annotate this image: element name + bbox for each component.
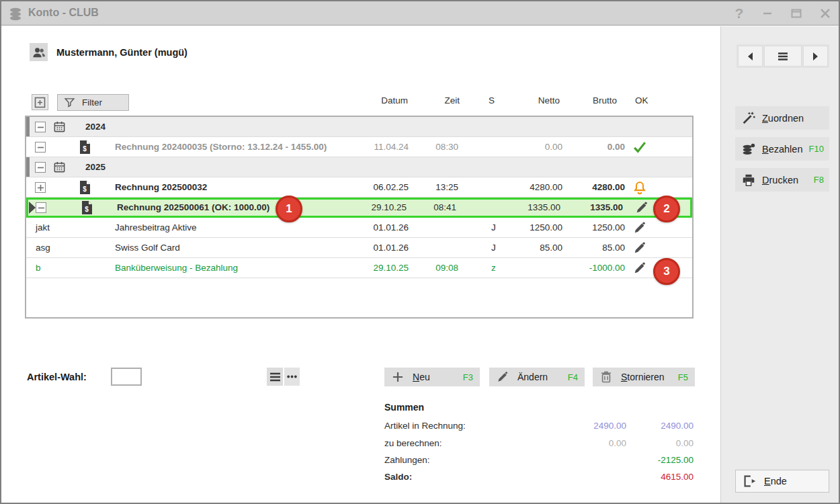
col-header-brutto[interactable]: Brutto [593,95,617,106]
col-header-netto[interactable]: Netto [538,95,560,106]
artikel-wahl-label: Artikel-Wahl: [27,372,87,382]
coins-icon [741,142,756,157]
zuordnen-button[interactable]: Zuordnen [735,106,829,130]
group-marker-bar [26,117,30,136]
aendern-button[interactable]: Ändern F4 [489,368,585,386]
article-list-button[interactable] [267,368,283,386]
account-entries-table: 2024 $ Rechnung 202400035 (Storno: 13.12… [25,116,694,319]
cell-datum: 11.04.24 [374,142,409,152]
zuordnen-label: Zuordnen [762,113,804,124]
bezahlen-button[interactable]: Bezahlen F10 [735,137,829,161]
svg-text:$: $ [85,206,89,213]
sum-brutto-value: 0.00 [676,438,694,448]
cell-brutto: 1250.00 [592,222,625,233]
cell-netto: 85.00 [540,243,562,253]
col-header-s[interactable]: S [489,95,495,106]
table-row-year-2025[interactable]: 2025 [26,157,692,177]
cell-netto: 4280.00 [530,182,562,192]
close-icon[interactable] [814,5,837,22]
sum-row-saldo: Saldo: 4615.00 [384,472,694,485]
coins-icon [8,6,24,21]
cell-s: J [491,222,496,233]
pencil-icon [632,220,647,235]
pencil-icon [632,261,647,276]
table-row-jahresbeitrag-aktive[interactable]: jakt Jahresbeitrag Aktive 01.01.26 J 125… [26,218,692,238]
collapse-icon[interactable] [36,202,46,213]
sum-brutto-value: 2490.00 [661,421,694,431]
record-menu-button[interactable] [764,46,801,67]
table-row-rechnung-202400035[interactable]: $ Rechnung 202400035 (Storno: 13.12.24 -… [26,137,692,157]
window-title: Konto - CLUB [28,7,99,19]
entry-label: Banküberweisung - Bezahlung [115,263,238,273]
hamburger-icon [269,372,281,382]
cell-brutto: 4280.00 [592,182,625,192]
annotation-badge-2: 2 [653,196,680,222]
sums-title: Summen [384,402,424,413]
previous-record-button[interactable] [738,46,763,67]
table-row-rechnung-202500061-selected[interactable]: $ Rechnung 202500061 (OK: 1000.00) 29.10… [26,198,692,218]
year-label: 2025 [85,162,106,172]
collapse-icon[interactable] [35,162,46,173]
col-header-ok[interactable]: OK [635,95,648,106]
stornieren-fkey: F5 [678,372,688,382]
pencil-icon [634,200,649,215]
column-headers: Datum Zeit S Netto Brutto OK [25,95,694,110]
cell-datum: 29.10.25 [373,263,409,273]
help-icon[interactable]: ? [728,5,751,22]
table-row-swiss-golf-card[interactable]: asg Swiss Golf Card 01.01.26 J 85.00 85.… [26,238,692,258]
table-row-year-2024[interactable]: 2024 [26,117,692,137]
entry-label: Jahresbeitrag Aktive [115,222,197,233]
neu-fkey: F3 [463,372,473,382]
exit-icon [742,474,757,489]
table-row-rechnung-202500032[interactable]: $ Rechnung 202500032 06.02.25 13:25 4280… [26,177,692,198]
bezahlen-fkey: F10 [809,144,824,154]
cell-zeit: 08:30 [435,142,458,152]
sum-row-zu-berechnen: zu berechnen: 0.00 0.00 [384,438,694,452]
cell-s: z [491,263,496,273]
aendern-fkey: F4 [568,372,578,382]
col-header-zeit[interactable]: Zeit [444,95,460,106]
title-bar: Konto - CLUB ? [1,1,839,26]
expand-icon[interactable] [35,182,46,193]
table-row-bankueberweisung[interactable]: b Banküberweisung - Bezahlung 29.10.25 0… [26,258,692,278]
cell-code: b [36,263,41,273]
invoice-icon: $ [79,140,90,154]
invoice-icon: $ [79,181,90,194]
collapse-icon[interactable] [35,122,46,132]
client-name: Mustermann, Günter (mugü) [56,47,187,58]
cell-code: asg [36,243,50,253]
cell-brutto: 85.00 [602,243,625,253]
stornieren-label: Stornieren [621,372,665,382]
ellipsis-icon [287,375,297,378]
client-row: Mustermann, Günter (mugü) [30,43,187,61]
drucken-fkey: F8 [814,175,824,185]
bell-icon [632,180,647,195]
sum-netto-value: 0.00 [609,438,626,448]
sum-label: Saldo: [384,472,412,482]
sum-label: Artikel in Rechnung: [384,421,466,431]
calendar-icon [53,161,66,173]
drucken-button[interactable]: Drucken F8 [735,168,829,192]
minimize-icon[interactable] [756,5,779,22]
svg-text:$: $ [83,185,87,193]
invoice-icon: $ [81,201,92,214]
next-record-button[interactable] [803,46,828,67]
calendar-icon [53,120,66,133]
entry-label: Rechnung 202500032 [115,182,207,192]
neu-button[interactable]: Neu F3 [384,368,480,386]
current-row-arrow-icon [29,202,36,214]
cell-s: J [491,243,496,253]
sum-label: zu berechnen: [384,438,442,448]
entry-label: Swiss Golf Card [115,243,180,253]
ende-button[interactable]: Ende [735,470,829,493]
neu-label: Neu [413,372,430,382]
col-header-datum[interactable]: Datum [381,95,408,106]
stornieren-button[interactable]: Stornieren F5 [593,368,695,386]
annotation-badge-3: 3 [653,258,680,285]
collapse-icon[interactable] [35,142,46,153]
sum-netto-value: 2490.00 [593,421,626,431]
maximize-icon[interactable] [785,5,808,22]
artikel-wahl-input[interactable] [111,368,142,386]
sidebar: Zuordnen Bezahlen F10 Drucken F8 Ende [720,26,839,503]
article-more-button[interactable] [284,368,300,386]
